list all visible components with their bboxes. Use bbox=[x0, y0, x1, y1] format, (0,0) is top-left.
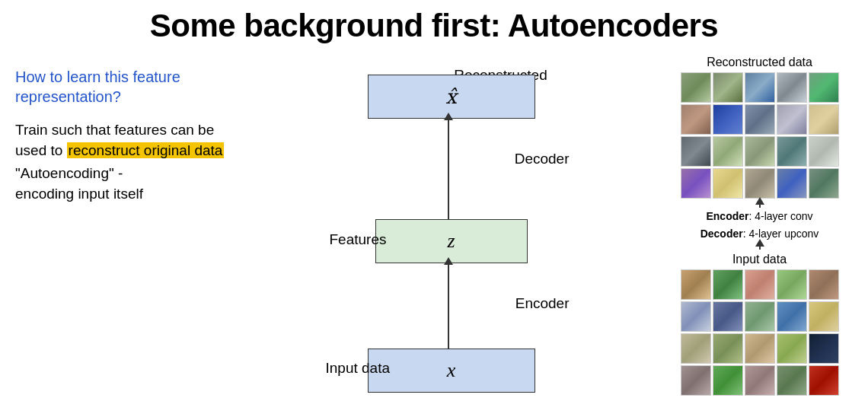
image-grid-reconstructed bbox=[681, 72, 839, 199]
img-cell-b bbox=[681, 301, 711, 332]
img-cell-b bbox=[809, 333, 839, 364]
center-panel: Reconstructed input data x̂ Decoder z Fe… bbox=[236, 52, 666, 400]
img-cell-b bbox=[681, 333, 711, 364]
img-cell bbox=[681, 168, 711, 199]
img-cell-b bbox=[745, 333, 775, 364]
left-panel: How to learn this feature representation… bbox=[15, 52, 236, 400]
img-cell-b bbox=[713, 301, 743, 332]
question-text: How to learn this feature representation… bbox=[15, 67, 228, 107]
img-cell-b bbox=[809, 365, 839, 396]
x-hat-symbol: x̂ bbox=[445, 85, 457, 109]
img-cell bbox=[777, 168, 807, 199]
img-cell-b bbox=[777, 333, 807, 364]
img-cell-b bbox=[745, 365, 775, 396]
content-area: How to learn this feature representation… bbox=[15, 52, 853, 400]
decoder-detail: : 4-layer upconv bbox=[743, 228, 819, 240]
encoder-decoder-info: Encoder: 4-layer conv Decoder: 4-layer u… bbox=[700, 208, 819, 242]
right-label-reconstructed: Reconstructed data bbox=[707, 56, 812, 69]
img-cell bbox=[809, 72, 839, 103]
image-grid-input bbox=[681, 269, 839, 396]
img-cell bbox=[745, 72, 775, 103]
img-cell bbox=[681, 104, 711, 135]
slide-title: Some background first: Autoencoders bbox=[15, 8, 853, 44]
img-cell-b bbox=[713, 365, 743, 396]
label-features: Features bbox=[330, 231, 387, 248]
label-decoder: Decoder bbox=[515, 151, 570, 167]
img-cell bbox=[713, 72, 743, 103]
img-cell bbox=[809, 136, 839, 167]
img-cell-b bbox=[713, 269, 743, 300]
right-arrow-up bbox=[759, 203, 761, 208]
label-encoder: Encoder bbox=[515, 295, 570, 312]
autoencoding-text: "Autoencoding" -encoding input itself bbox=[15, 164, 228, 204]
img-cell bbox=[777, 72, 807, 103]
img-cell bbox=[713, 104, 743, 135]
img-cell bbox=[777, 136, 807, 167]
img-cell-b bbox=[745, 269, 775, 300]
img-cell-b bbox=[713, 333, 743, 364]
encoder-label: Encoder bbox=[706, 210, 748, 222]
img-cell bbox=[681, 72, 711, 103]
img-cell-b bbox=[777, 301, 807, 332]
img-cell-b bbox=[745, 301, 775, 332]
img-cell-b bbox=[681, 269, 711, 300]
img-cell bbox=[713, 168, 743, 199]
img-cell-b bbox=[777, 365, 807, 396]
right-label-input: Input data bbox=[732, 253, 787, 266]
question-label: How to learn this feature representation… bbox=[15, 68, 180, 105]
decoder-label: Decoder bbox=[700, 228, 743, 240]
img-cell bbox=[681, 136, 711, 167]
img-cell bbox=[745, 136, 775, 167]
right-arrow-up-2 bbox=[759, 245, 761, 250]
img-cell-b bbox=[809, 269, 839, 300]
img-cell bbox=[745, 104, 775, 135]
right-panel: Reconstructed data bbox=[666, 52, 853, 400]
slide: Some background first: Autoencoders How … bbox=[0, 0, 868, 417]
label-input: Input data bbox=[326, 360, 391, 377]
train-text: Train such that features can be used to … bbox=[15, 120, 228, 161]
img-cell-b bbox=[681, 365, 711, 396]
diagram-container: Reconstructed input data x̂ Decoder z Fe… bbox=[330, 67, 573, 387]
img-cell-b bbox=[777, 269, 807, 300]
arrow-encoder bbox=[448, 263, 449, 349]
x-symbol: x bbox=[447, 359, 456, 382]
highlight-reconstruct: reconstruct original data bbox=[67, 142, 225, 158]
img-cell bbox=[809, 104, 839, 135]
box-input: x bbox=[368, 349, 535, 393]
img-cell-b bbox=[809, 301, 839, 332]
encoder-detail: : 4-layer conv bbox=[748, 210, 812, 222]
arrow-decoder bbox=[448, 119, 449, 219]
img-cell bbox=[745, 168, 775, 199]
img-cell bbox=[777, 104, 807, 135]
img-cell bbox=[713, 136, 743, 167]
z-symbol: z bbox=[447, 230, 455, 253]
img-cell bbox=[809, 168, 839, 199]
